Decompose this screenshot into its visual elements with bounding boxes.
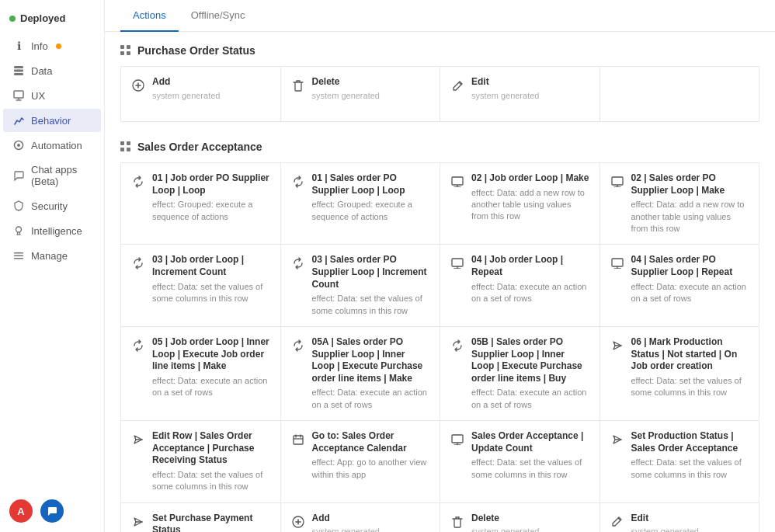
card-soa-04-job[interactable]: 04 | Job order Loop | Repeat effect: Dat… — [440, 245, 599, 326]
card-soa-goto[interactable]: Go to: Sales Order Acceptance Calendar e… — [281, 421, 440, 502]
card-soa-edit[interactable]: Edit system generated — [600, 503, 759, 532]
card-soa-set-purchase[interactable]: Set Purchase Payment Status effect: Data… — [121, 503, 280, 532]
card-soa-01-job[interactable]: 01 | Job order PO Supplier Loop | Loop e… — [121, 163, 280, 244]
chat-support-button[interactable] — [40, 499, 64, 523]
card-soa-set-prod[interactable]: Set Production Status | Sales Order Acce… — [600, 421, 759, 502]
purchase-order-status-cards: Add system generated Delete system gener… — [120, 66, 759, 122]
sidebar-item-label: UX — [31, 90, 45, 102]
card-soa-update-count[interactable]: Sales Order Acceptance | Update Count ef… — [440, 421, 599, 502]
card-sub: effect: Data: set the values of some col… — [312, 293, 431, 317]
card-content: Go to: Sales Order Acceptance Calendar e… — [312, 430, 431, 481]
card-content: Edit system generated — [471, 76, 590, 100]
refresh-icon — [450, 174, 465, 190]
svg-rect-9 — [14, 258, 23, 259]
svg-rect-0 — [14, 66, 23, 68]
loop6-icon — [450, 338, 465, 353]
card-sub: effect: Data: add a new row to another t… — [471, 187, 590, 223]
sidebar-item-security[interactable]: Security — [3, 194, 101, 217]
sidebar-item-label: Security — [31, 200, 68, 212]
card-title: Set Production Status | Sales Order Acce… — [631, 430, 750, 454]
sidebar-item-automation[interactable]: Automation — [3, 134, 101, 157]
send3-icon — [610, 432, 625, 447]
card-title: 01 | Job order PO Supplier Loop | Loop — [152, 172, 271, 196]
card-sub: system generated — [471, 527, 590, 532]
card-soa-add[interactable]: Add system generated — [281, 503, 440, 532]
section-grid-icon — [120, 45, 131, 56]
card-soa-03-job[interactable]: 03 | Job order Loop | Increment Count ef… — [121, 245, 280, 326]
svg-rect-15 — [294, 436, 303, 444]
send4-icon — [130, 514, 146, 530]
card-soa-02-job[interactable]: 02 | Job order Loop | Make effect: Data:… — [440, 163, 599, 244]
sidebar-item-label: Automation — [31, 140, 82, 151]
card-title: 03 | Job order Loop | Increment Count — [152, 254, 271, 278]
card-pos-add[interactable]: Add system generated — [121, 67, 280, 121]
sidebar-item-manage[interactable]: Manage — [3, 244, 101, 267]
card-soa-05a[interactable]: 05A | Sales order PO Supplier Loop | Inn… — [281, 327, 440, 420]
svg-point-6 — [16, 227, 22, 232]
sidebar-item-label: Behavior — [31, 115, 71, 127]
repeat-icon — [450, 256, 465, 271]
svg-point-5 — [17, 144, 20, 147]
card-title: 02 | Sales order PO Supplier Loop | Make — [631, 172, 750, 196]
sidebar-item-ux[interactable]: UX — [3, 84, 101, 107]
sidebar-item-label: Intelligence — [31, 225, 82, 237]
delete2-icon — [450, 514, 465, 530]
soa-cards: 01 | Job order PO Supplier Loop | Loop e… — [120, 162, 759, 532]
card-soa-edit-row[interactable]: Edit Row | Sales Order Acceptance | Purc… — [121, 421, 280, 502]
card-pos-delete[interactable]: Delete system generated — [281, 67, 440, 121]
card-soa-01-sales[interactable]: 01 | Sales order PO Supplier Loop | Loop… — [281, 163, 440, 244]
svg-rect-7 — [14, 252, 23, 254]
card-pos-edit[interactable]: Edit system generated — [440, 67, 599, 121]
ux-icon — [12, 89, 25, 102]
card-soa-05-job[interactable]: 05 | Job order Loop | Inner Loop | Execu… — [121, 327, 280, 420]
card-soa-04-sales[interactable]: 04 | Sales order PO Supplier Loop | Repe… — [600, 245, 759, 326]
card-title: 01 | Sales order PO Supplier Loop | Loop — [312, 172, 431, 196]
card-sub: effect: Grouped: execute a sequence of a… — [312, 199, 431, 223]
card-sub: effect: Data: set the values of some col… — [631, 457, 750, 481]
info-icon: ℹ — [12, 40, 25, 52]
card-soa-03-sales[interactable]: 03 | Sales order PO Supplier Loop | Incr… — [281, 245, 440, 326]
card-soa-delete[interactable]: Delete system generated — [440, 503, 599, 532]
card-sub: effect: Data: execute an action on a set… — [312, 387, 431, 411]
card-soa-06-mark[interactable]: 06 | Mark Production Status | Not starte… — [600, 327, 759, 420]
card-content: 04 | Job order Loop | Repeat effect: Dat… — [471, 254, 590, 304]
deployed-label: Deployed — [20, 12, 66, 24]
card-title: 04 | Sales order PO Supplier Loop | Repe… — [631, 254, 750, 278]
deployed-status: Deployed — [0, 6, 104, 33]
card-sub: system generated — [152, 91, 271, 100]
sidebar-item-label: Manage — [31, 250, 68, 262]
tabs-bar: Actions Offline/Sync — [105, 0, 775, 32]
tab-actions[interactable]: Actions — [120, 0, 179, 32]
loop-icon — [130, 174, 146, 190]
security-icon — [12, 200, 25, 212]
card-content: 01 | Sales order PO Supplier Loop | Loop… — [312, 172, 431, 223]
main-content: Actions Offline/Sync Purchase Order Stat… — [105, 0, 775, 532]
loop4-icon — [130, 338, 146, 353]
svg-rect-1 — [14, 70, 23, 72]
card-title: Set Purchase Payment Status — [152, 513, 271, 532]
card-soa-05b[interactable]: 05B | Sales order PO Supplier Loop | Inn… — [440, 327, 599, 420]
sidebar-item-chat-apps[interactable]: Chat apps (Beta) — [3, 158, 101, 193]
sidebar-item-data[interactable]: Data — [3, 59, 101, 82]
tab-offline-sync[interactable]: Offline/Sync — [179, 0, 258, 32]
card-title: 06 | Mark Production Status | Not starte… — [631, 336, 750, 373]
update-icon — [450, 432, 465, 447]
card-content: 02 | Sales order PO Supplier Loop | Make… — [631, 172, 750, 235]
sidebar-item-info[interactable]: ℹ Info — [3, 34, 101, 57]
svg-rect-14 — [612, 259, 623, 266]
card-content: 05B | Sales order PO Supplier Loop | Inn… — [471, 336, 590, 411]
send-icon — [610, 338, 625, 353]
card-title: Sales Order Acceptance | Update Count — [471, 430, 590, 454]
automation-icon — [12, 139, 25, 151]
edit2-icon — [610, 514, 625, 530]
card-sub: effect: Data: execute an action on a set… — [471, 281, 590, 305]
card-soa-02-sales[interactable]: 02 | Sales order PO Supplier Loop | Make… — [600, 163, 759, 244]
card-title: 02 | Job order Loop | Make — [471, 172, 590, 185]
card-content: 05A | Sales order PO Supplier Loop | Inn… — [312, 336, 431, 411]
card-sub: effect: Data: execute an action on a set… — [471, 387, 590, 411]
user-avatar[interactable]: A — [9, 499, 33, 523]
sidebar-item-behavior[interactable]: Behavior — [3, 109, 101, 132]
card-title: 05 | Job order Loop | Inner Loop | Execu… — [152, 336, 271, 373]
data-icon — [12, 64, 25, 77]
sidebar-item-intelligence[interactable]: Intelligence — [3, 219, 101, 242]
